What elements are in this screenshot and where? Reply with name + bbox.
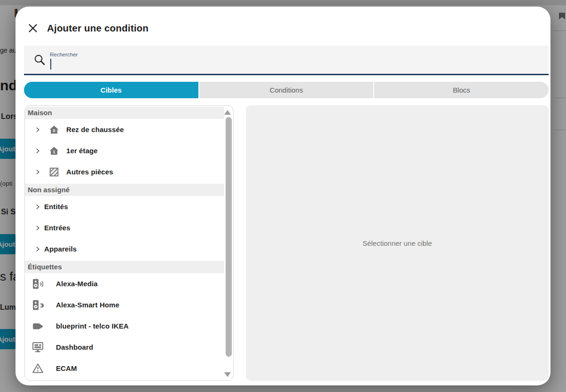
tree-item-blueprint-telco-ikea[interactable]: blueprint - telco IKEA [25, 315, 233, 337]
search-icon [33, 54, 46, 68]
tab-cibles[interactable]: Cibles [24, 82, 198, 98]
chevron-right-icon[interactable] [34, 148, 41, 154]
tree-item-label: Rez de chaussée [66, 125, 124, 133]
tree-item-label: 1er étage [66, 147, 98, 155]
tree-item-appareils[interactable]: Appareils [25, 238, 233, 259]
tree-item-entites[interactable]: Entités [25, 196, 233, 217]
tree-item-autres-pieces[interactable]: Autres pièces [25, 161, 233, 182]
tree-item-label: Entrées [44, 224, 71, 232]
scrollbar-up-arrow[interactable] [224, 110, 231, 115]
tree-item-label: Entités [44, 203, 68, 211]
select-target-placeholder: Sélectionner une cible [362, 239, 432, 247]
tree-item-ecam[interactable]: ECAM [25, 358, 233, 379]
add-condition-dialog: Ajouter une condition Rechercher Cibles … [16, 7, 550, 385]
chevron-right-icon[interactable] [34, 204, 41, 210]
chevron-right-icon[interactable] [34, 246, 41, 252]
tree-item-label: Alexa-Smart Home [56, 301, 119, 309]
target-detail-panel: Sélectionner une cible [246, 105, 549, 381]
speaker-sound-icon [32, 278, 46, 290]
svg-text:1: 1 [53, 149, 55, 154]
tree-item-label: ECAM [56, 364, 77, 372]
tree-item-alexa-media[interactable]: Alexa-Media [25, 273, 233, 294]
tree-item-label: Alexa-Media [56, 280, 98, 288]
home-floor-0-icon: 0 [49, 125, 59, 135]
section-header-etiquettes: Étiquettes [25, 261, 224, 273]
scrollbar-thumb[interactable] [226, 117, 232, 357]
tree-item-1er-etage[interactable]: 1 1er étage [25, 140, 233, 161]
tree-item-label: Autres pièces [66, 168, 113, 176]
section-header-non-assigne: Non assigné [25, 184, 224, 196]
tree-item-label: Appareils [44, 245, 77, 253]
tree-item-label: blueprint - telco IKEA [56, 322, 129, 330]
speaker-bluetooth-icon [32, 299, 46, 311]
chevron-right-icon[interactable] [34, 225, 41, 231]
search-floating-label: Rechercher [50, 52, 78, 57]
chevron-right-icon[interactable] [34, 169, 41, 175]
tag-icon [32, 321, 46, 332]
alert-triangle-icon [32, 363, 46, 374]
texture-box-icon [49, 167, 59, 177]
tree-item-alexa-smart-home[interactable]: Alexa-Smart Home [25, 294, 233, 315]
text-cursor [50, 59, 51, 70]
chevron-right-icon[interactable] [34, 126, 41, 133]
tree-item-rez-de-chaussee[interactable]: 0 Rez de chaussée [25, 119, 233, 140]
tab-conditions[interactable]: Conditions [199, 82, 374, 98]
svg-text:0: 0 [53, 128, 55, 133]
dialog-title: Ajouter une condition [47, 23, 149, 34]
tab-bar: Cibles Conditions Blocs [24, 82, 549, 98]
close-icon [27, 23, 39, 35]
tree-item-dashboard[interactable]: Dashboard [25, 337, 233, 358]
target-tree-panel: Maison 0 Rez de chaussée [24, 105, 234, 381]
tree-item-label: Dashboard [56, 343, 93, 351]
close-button[interactable] [26, 22, 40, 36]
tab-blocs[interactable]: Blocs [374, 82, 549, 98]
monitor-dashboard-icon [32, 342, 46, 353]
scrollbar-down-arrow[interactable] [224, 372, 231, 377]
search-input[interactable]: Rechercher [24, 46, 549, 75]
section-header-maison: Maison [25, 107, 224, 119]
tree-item-entrees[interactable]: Entrées [25, 217, 233, 238]
home-floor-1-icon: 1 [49, 146, 59, 156]
